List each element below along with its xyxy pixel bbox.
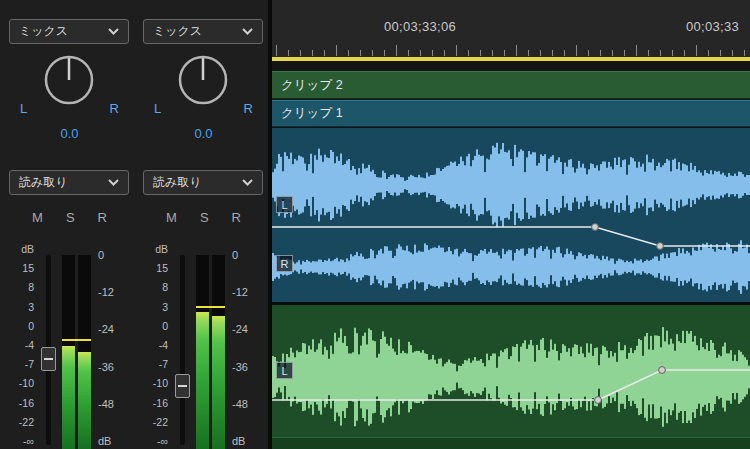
track-buttons: M S R: [6, 210, 133, 225]
meter-fill-right: [212, 316, 225, 449]
scale-label: 3: [28, 301, 34, 313]
ruler-tick: [408, 50, 409, 56]
meter-block: dB15830-4-7-10-16-22-∞ 0-12-24-36-48dB: [140, 241, 267, 449]
ruler-tick: [744, 50, 745, 56]
track-buttons: M S R: [140, 210, 267, 225]
scale-label: -24: [232, 323, 248, 335]
meter-bar-left: [62, 255, 75, 449]
ruler-tick: [588, 50, 589, 56]
volume-fader-track[interactable]: [46, 255, 51, 445]
timecode-label: 00;03;33: [686, 19, 739, 34]
solo-button[interactable]: S: [200, 210, 209, 225]
mute-button[interactable]: M: [166, 210, 177, 225]
volume-fader-handle[interactable]: [41, 347, 56, 371]
scale-label: 8: [28, 281, 34, 293]
scale-label: -4: [25, 339, 34, 351]
scale-label: 0: [162, 320, 168, 332]
ruler-tick: [456, 45, 457, 56]
pan-knob[interactable]: [173, 50, 233, 110]
ruler-tick: [528, 50, 529, 56]
meter-bar-right: [212, 255, 225, 449]
ruler-tick: [732, 50, 733, 56]
scale-label: -16: [19, 397, 34, 409]
ruler-tick: [384, 50, 385, 56]
channel-badge: L: [276, 362, 293, 379]
automation-mode-dropdown[interactable]: 読み取り: [9, 170, 129, 195]
pan-knob[interactable]: [39, 50, 99, 110]
ruler-tick: [492, 50, 493, 56]
volume-fader-track[interactable]: [180, 255, 185, 445]
scale-label: -∞: [23, 435, 34, 447]
scale-label: 3: [162, 301, 168, 313]
ruler-tick: [468, 50, 469, 56]
chevron-down-icon: [108, 28, 119, 35]
preset-dropdown-label: ミックス: [153, 23, 202, 40]
time-ruler[interactable]: 00;03;33;06 00;03;33: [272, 0, 750, 57]
preset-dropdown[interactable]: ミックス: [9, 19, 129, 44]
audio-track-1[interactable]: L R: [272, 128, 750, 302]
scale-label: 15: [22, 262, 34, 274]
pan-value[interactable]: 0.0: [140, 126, 267, 141]
clip-label-bar-1[interactable]: クリップ 1: [272, 100, 750, 127]
scale-label: dB: [155, 243, 168, 255]
automation-mode-label: 読み取り: [153, 174, 202, 191]
scale-label: 8: [162, 281, 168, 293]
pan-right-label: R: [244, 101, 253, 116]
ruler-tick: [684, 50, 685, 56]
db-fader-scale: dB15830-4-7-10-16-22-∞: [8, 243, 36, 447]
next-clip-edge[interactable]: [272, 437, 750, 449]
ruler-tick: [324, 50, 325, 56]
preset-dropdown-label: ミックス: [19, 23, 68, 40]
waveform-and-volume-keyframes[interactable]: [272, 305, 750, 437]
ruler-tick: [696, 45, 697, 56]
channel-badge: L: [276, 196, 293, 213]
scale-label: -22: [153, 416, 168, 428]
ruler-tick: [312, 50, 313, 56]
scale-label: -48: [232, 398, 248, 410]
automation-mode-dropdown[interactable]: 読み取り: [143, 170, 263, 195]
chevron-down-icon: [242, 179, 253, 186]
scale-label: -48: [98, 398, 114, 410]
ruler-tick: [348, 50, 349, 56]
scale-label: -36: [98, 361, 114, 373]
level-meter: [62, 255, 91, 449]
ruler-tick: [288, 50, 289, 56]
ruler-tick: [372, 50, 373, 56]
ruler-tick: [636, 45, 637, 56]
waveform-and-volume-keyframes[interactable]: [272, 128, 750, 302]
ruler-tick: [576, 45, 577, 56]
channel-strip-2: ミックス L R 0.0 読み取り M S R dB15830-4-7-10-1…: [140, 0, 267, 449]
pan-value[interactable]: 0.0: [6, 126, 133, 141]
ruler-tick: [276, 45, 277, 56]
meter-block: dB15830-4-7-10-16-22-∞ 0-12-24-36-48dB: [6, 241, 133, 449]
ruler-ticks: [272, 43, 750, 56]
clip-label-bar-2[interactable]: クリップ 2: [272, 71, 750, 99]
ruler-tick: [720, 50, 721, 56]
preset-dropdown[interactable]: ミックス: [143, 19, 263, 44]
audio-track-2[interactable]: L: [272, 305, 750, 437]
ruler-tick: [516, 45, 517, 56]
record-button[interactable]: R: [98, 210, 107, 225]
ruler-tick: [336, 45, 337, 56]
solo-button[interactable]: S: [66, 210, 75, 225]
ruler-tick: [600, 50, 601, 56]
meter-bar-right: [78, 255, 91, 449]
meter-fill-left: [196, 312, 209, 449]
ruler-tick: [648, 50, 649, 56]
mute-button[interactable]: M: [32, 210, 43, 225]
peak-indicator: [62, 339, 91, 341]
ruler-tick: [396, 45, 397, 56]
timeline-panel: 00;03;33;06 00;03;33 クリップ 2 クリップ 1 L R L: [272, 0, 750, 449]
channel-badge: R: [276, 255, 293, 272]
scale-label: -12: [232, 286, 248, 298]
volume-fader-handle[interactable]: [175, 374, 190, 398]
record-button[interactable]: R: [232, 210, 241, 225]
meter-db-scale: 0-12-24-36-48dB: [232, 249, 262, 447]
chevron-down-icon: [108, 179, 119, 186]
clip-label: クリップ 2: [281, 77, 343, 94]
ruler-tick: [564, 50, 565, 56]
ruler-tick: [360, 50, 361, 56]
level-meter: [196, 255, 225, 449]
meter-fill-left: [62, 346, 75, 449]
pan-left-label: L: [20, 101, 27, 116]
